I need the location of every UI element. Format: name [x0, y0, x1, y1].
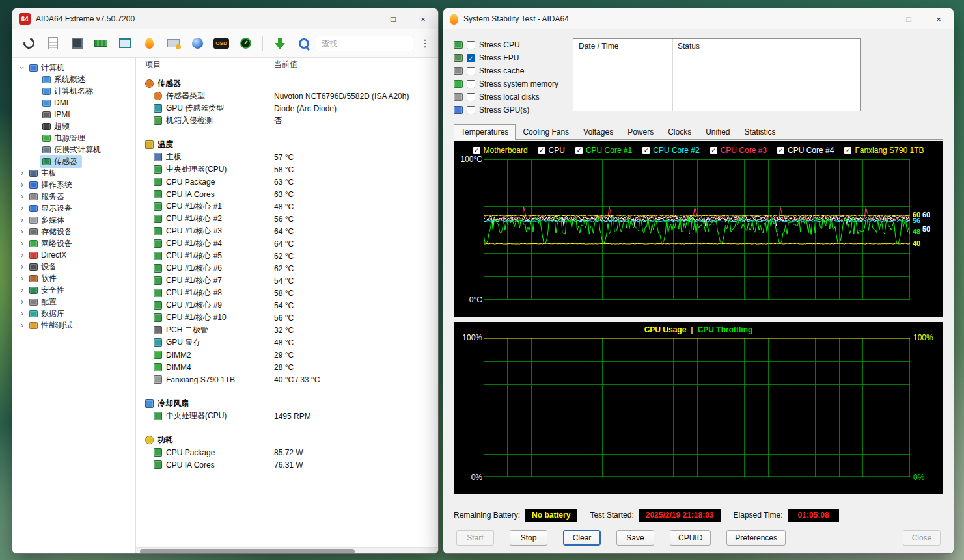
tab-temperatures[interactable]: Temperatures: [454, 124, 516, 140]
sensor-row[interactable]: GPU 显存48 °C: [136, 336, 438, 349]
sidebar-item[interactable]: ›设备: [12, 261, 135, 273]
legend-item[interactable]: ✓CPU Core #3: [710, 146, 767, 155]
legend-item[interactable]: ✓CPU: [538, 146, 565, 155]
chevron-right-icon[interactable]: ›: [18, 204, 27, 213]
sidebar-item[interactable]: DMI: [12, 97, 135, 109]
sensor-row[interactable]: CPU #1/核心 #364 °C: [136, 225, 438, 237]
sidebar-item[interactable]: ›配置: [12, 296, 135, 308]
sidebar-item[interactable]: ›安全性: [12, 284, 135, 296]
stress-checkbox[interactable]: [467, 106, 475, 114]
sensor-row[interactable]: CPU IA Cores76.31 W: [136, 459, 438, 471]
web-icon[interactable]: [189, 35, 206, 52]
sensor-row[interactable]: DIMM229 °C: [136, 349, 438, 361]
stress-checkbox[interactable]: [467, 80, 475, 88]
tab-cooling-fans[interactable]: Cooling Fans: [516, 124, 576, 139]
sensor-row[interactable]: 机箱入侵检测否: [136, 114, 438, 127]
sensor-row[interactable]: Fanxiang S790 1TB40 °C / 33 °C: [136, 373, 438, 386]
sensor-row[interactable]: CPU #1/核心 #754 °C: [136, 274, 438, 287]
chevron-right-icon[interactable]: ›: [18, 286, 27, 295]
stress-checkbox[interactable]: [467, 41, 475, 49]
sidebar-item[interactable]: 电源管理: [12, 132, 135, 144]
chevron-right-icon[interactable]: ›: [18, 239, 27, 248]
chevron-right-icon[interactable]: ›: [18, 262, 27, 271]
sensor-row[interactable]: CPU #1/核心 #148 °C: [136, 200, 438, 213]
tab-clocks[interactable]: Clocks: [661, 124, 698, 139]
sensor-row[interactable]: CPU #1/核心 #562 °C: [136, 250, 438, 262]
chipset-icon[interactable]: [68, 35, 85, 52]
stress-option[interactable]: Stress cache: [454, 64, 571, 77]
start-button[interactable]: Start: [456, 530, 494, 546]
legend-item[interactable]: ✓CPU Core #1: [575, 146, 632, 155]
sensor-row[interactable]: CPU Package85.72 W: [136, 446, 438, 459]
legend-checkbox[interactable]: ✓: [642, 147, 650, 154]
legend-checkbox[interactable]: ✓: [777, 147, 784, 154]
sensor-row[interactable]: CPU #1/核心 #256 °C: [136, 213, 438, 225]
tab-statistics[interactable]: Statistics: [737, 124, 783, 139]
horizontal-scrollbar[interactable]: [136, 547, 438, 554]
sensor-panel-icon[interactable]: [237, 35, 254, 52]
sidebar-item[interactable]: ›显示设备: [12, 202, 135, 214]
sensor-row[interactable]: CPU IA Cores63 °C: [136, 188, 438, 200]
close-button[interactable]: ×: [408, 8, 438, 29]
tab-powers[interactable]: Powers: [620, 124, 661, 139]
search-icon[interactable]: [296, 35, 312, 52]
stress-option[interactable]: Stress GPU(s): [454, 103, 571, 116]
sidebar-item[interactable]: 便携式计算机: [12, 144, 135, 155]
refresh-icon[interactable]: [20, 35, 37, 52]
legend-item[interactable]: ✓Motherboard: [473, 146, 528, 155]
stress-option[interactable]: ✓Stress FPU: [454, 51, 571, 64]
legend-checkbox[interactable]: ✓: [710, 147, 717, 154]
minimize-button[interactable]: –: [864, 8, 894, 29]
stress-option[interactable]: Stress system memory: [454, 77, 571, 90]
stress-option[interactable]: Stress CPU: [454, 38, 571, 51]
legend-checkbox[interactable]: ✓: [575, 147, 583, 154]
sidebar-item[interactable]: ›服务器: [12, 191, 135, 202]
sidebar-item[interactable]: ›存储设备: [12, 226, 135, 237]
sensor-row[interactable]: CPU #1/核心 #662 °C: [136, 262, 438, 274]
sensor-row[interactable]: CPU #1/核心 #1056 °C: [136, 312, 438, 324]
minimize-button[interactable]: –: [348, 8, 378, 29]
sidebar-item[interactable]: ›性能测试: [12, 319, 135, 331]
sidebar-item[interactable]: ›计算机: [12, 62, 135, 73]
sidebar-item[interactable]: ›数据库: [12, 308, 135, 319]
burn-in-icon[interactable]: [141, 35, 158, 52]
toolbar-menu-icon[interactable]: ⋮: [420, 37, 430, 49]
legend-item[interactable]: ✓CPU Core #4: [777, 146, 834, 155]
search-input[interactable]: [316, 36, 413, 51]
legend-checkbox[interactable]: ✓: [844, 147, 851, 154]
chevron-down-icon[interactable]: ›: [18, 63, 27, 72]
osd-icon[interactable]: OSD: [213, 35, 230, 52]
sensor-row[interactable]: CPU #1/核心 #464 °C: [136, 237, 438, 250]
chevron-right-icon[interactable]: ›: [18, 309, 27, 318]
sidebar-item[interactable]: ›DirectX: [12, 249, 135, 261]
legend-item[interactable]: ✓Fanxiang S790 1TB: [844, 146, 924, 155]
log-table[interactable]: Date / Time Status: [573, 38, 861, 111]
chevron-right-icon[interactable]: ›: [18, 168, 27, 178]
maximize-button[interactable]: □: [378, 8, 408, 29]
close-button[interactable]: Close: [903, 530, 941, 546]
benchmark-icon[interactable]: [117, 35, 133, 52]
chevron-right-icon[interactable]: ›: [18, 180, 27, 189]
sensor-row[interactable]: 中央处理器(CPU)58 °C: [136, 163, 438, 176]
sensor-row[interactable]: CPU Package63 °C: [136, 176, 438, 188]
clear-button[interactable]: Clear: [563, 530, 601, 546]
chevron-right-icon[interactable]: ›: [18, 215, 27, 224]
sensor-row[interactable]: PCH 二极管32 °C: [136, 324, 438, 336]
cpuid-button[interactable]: CPUID: [670, 530, 711, 546]
legend-checkbox[interactable]: ✓: [473, 147, 480, 154]
scrollbar-thumb[interactable]: [140, 549, 355, 554]
sensor-row[interactable]: 主板57 °C: [136, 151, 438, 163]
printer-icon[interactable]: [165, 35, 182, 52]
close-button[interactable]: ×: [924, 8, 954, 29]
report-icon[interactable]: [44, 35, 61, 52]
chevron-right-icon[interactable]: ›: [18, 297, 27, 306]
sidebar-item[interactable]: 系统概述: [12, 73, 135, 85]
stress-checkbox[interactable]: ✓: [467, 54, 475, 62]
sidebar-item[interactable]: IPMI: [12, 109, 135, 120]
sidebar-item[interactable]: ›网络设备: [12, 237, 135, 249]
sidebar-item[interactable]: ›多媒体: [12, 214, 135, 226]
sidebar-item[interactable]: ›软件: [12, 273, 135, 284]
sidebar-item[interactable]: 计算机名称: [12, 85, 135, 97]
chevron-right-icon[interactable]: ›: [18, 250, 27, 260]
tab-voltages[interactable]: Voltages: [576, 124, 620, 139]
